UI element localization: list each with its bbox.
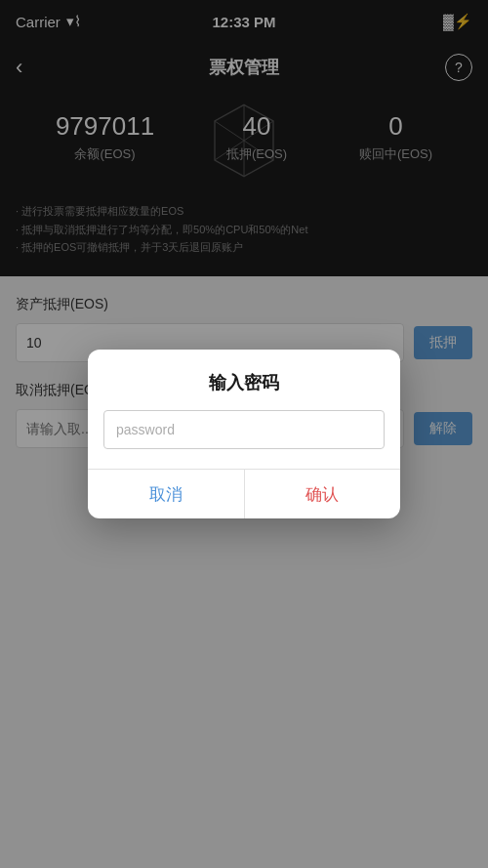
password-dialog: 输入密码 取消 确认 xyxy=(88,350,400,518)
dialog-input-container xyxy=(88,410,400,469)
overlay: 输入密码 取消 确认 xyxy=(0,0,488,868)
dialog-cancel-button[interactable]: 取消 xyxy=(88,470,245,518)
dialog-confirm-button[interactable]: 确认 xyxy=(245,470,401,518)
dialog-buttons: 取消 确认 xyxy=(88,470,400,518)
dialog-title: 输入密码 xyxy=(88,350,400,410)
password-input[interactable] xyxy=(103,410,385,449)
